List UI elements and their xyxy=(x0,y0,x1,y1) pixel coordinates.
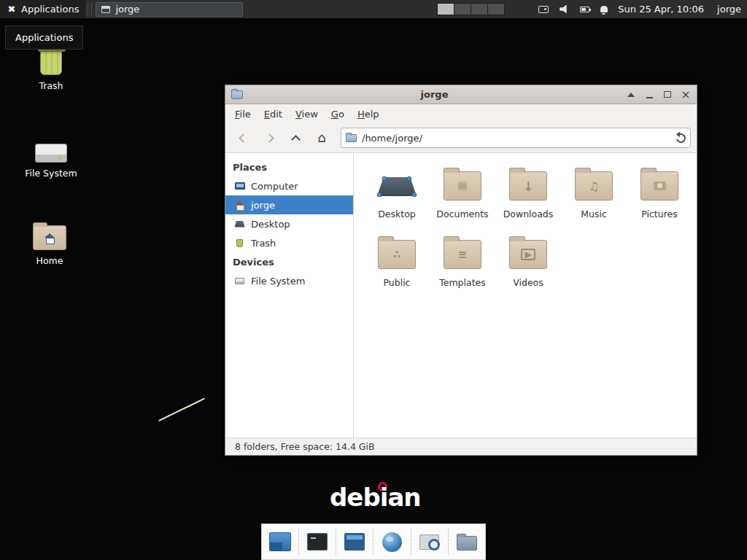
sidebar-item-trash[interactable]: Trash xyxy=(225,233,353,252)
desktop-icon-file-system[interactable]: File System xyxy=(16,129,86,179)
file-manager-icon xyxy=(457,536,477,551)
menu-help[interactable]: Help xyxy=(351,106,386,122)
file-manager-window: jorge × File Edit View Go Help ⌂ /home/j… xyxy=(225,85,697,456)
applications-label: Applications xyxy=(21,4,79,15)
dock-separator xyxy=(411,529,411,555)
sidebar-item-label: Trash xyxy=(251,238,276,249)
applications-icon: ✖ xyxy=(7,4,17,15)
back-button[interactable] xyxy=(231,127,255,149)
file-item-label: Downloads xyxy=(503,209,554,219)
battery-icon[interactable] xyxy=(580,7,589,12)
menu-edit[interactable]: Edit xyxy=(258,106,289,122)
workspace-switcher[interactable] xyxy=(437,3,505,15)
applications-menu-button[interactable]: ✖ Applications xyxy=(0,0,85,18)
sidebar-item-label: Desktop xyxy=(251,219,290,230)
menu-view[interactable]: View xyxy=(289,106,325,122)
computer-icon xyxy=(234,182,245,190)
dock-separator xyxy=(373,529,374,555)
browser-launcher[interactable] xyxy=(379,527,406,556)
file-item-desktop[interactable]: Desktop xyxy=(364,165,430,233)
applications-tooltip: Applications xyxy=(5,26,83,50)
dock xyxy=(261,524,486,560)
desktop-icon-home[interactable]: Home xyxy=(15,217,85,266)
file-item-label: Public xyxy=(384,277,411,288)
window-folder-icon xyxy=(231,90,243,99)
close-button[interactable]: × xyxy=(681,90,691,100)
web-browser-icon xyxy=(382,532,402,552)
terminal-icon xyxy=(307,533,328,551)
file-item-label: Videos xyxy=(513,277,543,288)
file-item-documents[interactable]: Documents xyxy=(430,165,495,233)
taskbar-item-label: jorge xyxy=(115,4,139,15)
path-bar[interactable]: /home/jorge/ xyxy=(341,128,691,148)
folder-icon xyxy=(346,134,357,142)
folder-icon xyxy=(640,171,678,201)
show-desktop-icon xyxy=(269,532,291,551)
panel-launcher[interactable] xyxy=(341,527,368,556)
download-emblem-icon: ↓ xyxy=(522,179,533,194)
workspace-4[interactable] xyxy=(488,4,504,15)
file-item-music[interactable]: ♫ Music xyxy=(561,165,627,233)
path-input[interactable]: /home/jorge/ xyxy=(362,133,676,144)
reload-icon[interactable] xyxy=(675,131,688,144)
trash-icon xyxy=(234,239,245,247)
file-item-downloads[interactable]: ↓ Downloads xyxy=(495,165,561,233)
file-item-label: Templates xyxy=(439,277,486,288)
file-item-label: Music xyxy=(581,209,607,219)
panel-icon xyxy=(344,533,365,551)
volume-icon[interactable] xyxy=(560,5,569,14)
window-icon xyxy=(101,6,110,13)
workspace-1[interactable] xyxy=(438,4,454,15)
devices-header: Devices xyxy=(225,252,353,271)
file-item-pictures[interactable]: Pictures xyxy=(627,165,692,233)
system-tray xyxy=(538,5,608,14)
tooltip-text: Applications xyxy=(15,32,73,43)
sidebar-item-desktop[interactable]: Desktop xyxy=(225,214,353,233)
application-finder-icon xyxy=(419,534,439,550)
statusbar: 8 folders, Free space: 14.4 GiB xyxy=(225,438,697,455)
templates-emblem-icon: ≡ xyxy=(458,248,468,261)
desktop-icon-label: File System xyxy=(16,168,86,179)
shade-button[interactable] xyxy=(626,90,636,100)
minimize-button[interactable] xyxy=(644,90,654,100)
dock-separator xyxy=(298,529,299,555)
terminal-launcher[interactable] xyxy=(303,527,331,556)
menu-file[interactable]: File xyxy=(228,106,258,122)
folder-icon: ↓ xyxy=(509,171,547,201)
menu-go[interactable]: Go xyxy=(325,106,351,122)
file-item-templates[interactable]: ≡ Templates xyxy=(430,233,495,302)
sidebar-item-file-system[interactable]: File System xyxy=(225,271,353,290)
sidebar-item-label: Computer xyxy=(251,181,298,192)
debian-wordmark: debian xyxy=(330,483,421,512)
dock-separator xyxy=(336,529,336,555)
file-item-label: Documents xyxy=(436,209,488,219)
user-menu[interactable]: jorge xyxy=(717,4,741,15)
sidebar-item-jorge[interactable]: jorge xyxy=(225,195,353,214)
tablet-icon[interactable] xyxy=(538,6,549,13)
folder-icon: ∴ xyxy=(378,240,416,269)
file-manager-launcher[interactable] xyxy=(453,527,481,556)
app-finder-launcher[interactable] xyxy=(416,527,444,556)
show-desktop-button[interactable] xyxy=(266,527,294,556)
desktop-icon-label: Home xyxy=(15,255,85,266)
documents-emblem-icon xyxy=(458,181,467,192)
file-item-public[interactable]: ∴ Public xyxy=(364,233,430,302)
top-panel: ✖ Applications jorge Sun 25 Apr, 10:06 j… xyxy=(0,0,747,18)
desktop-folder-icon xyxy=(377,165,417,207)
forward-button[interactable] xyxy=(258,127,281,149)
workspace-2[interactable] xyxy=(454,4,471,15)
notifications-icon[interactable] xyxy=(600,6,608,12)
dock-separator xyxy=(448,529,449,555)
desktop-icon xyxy=(234,221,245,228)
clock[interactable]: Sun 25 Apr, 10:06 xyxy=(618,4,704,15)
sidebar-item-computer[interactable]: Computer xyxy=(225,176,353,195)
up-button[interactable] xyxy=(284,127,307,149)
maximize-button[interactable] xyxy=(662,90,673,100)
taskbar-item-jorge[interactable]: jorge xyxy=(96,2,243,17)
workspace-3[interactable] xyxy=(471,4,487,15)
toolbar: ⌂ /home/jorge/ xyxy=(225,123,697,153)
home-icon: ⌂ xyxy=(317,131,325,144)
file-item-videos[interactable]: ▶ Videos xyxy=(495,233,561,302)
home-button[interactable]: ⌂ xyxy=(310,127,333,149)
window-titlebar[interactable]: jorge × xyxy=(225,85,697,104)
